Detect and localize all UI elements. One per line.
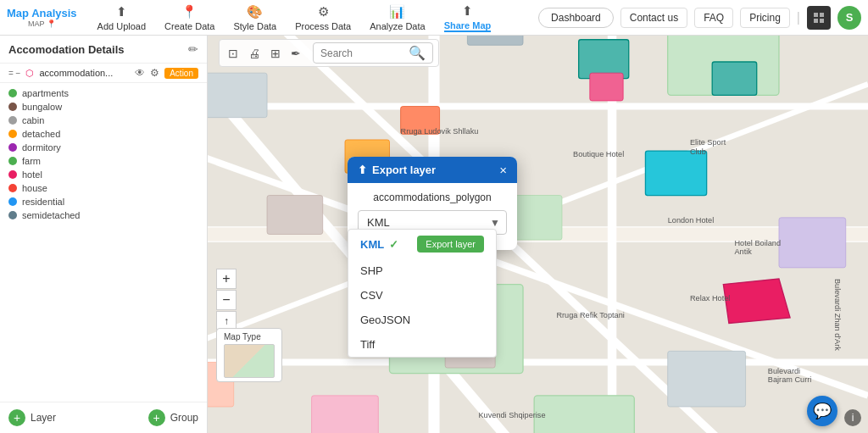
style-icon: 🎨 xyxy=(247,4,263,19)
svg-rect-2 xyxy=(814,19,818,23)
modal-header: ⬆ Export layer × xyxy=(348,157,517,183)
legend-list: apartmentsbungalowcabindetacheddormitory… xyxy=(0,83,207,402)
sidebar-footer: + Layer + Group xyxy=(0,402,207,433)
modal-title: ⬆ Export layer xyxy=(358,164,436,176)
nav-item-analyze-data[interactable]: 📊 Analyze Data xyxy=(361,4,433,31)
legend-label: farm xyxy=(22,156,41,166)
export-inline-btn[interactable]: Export layer xyxy=(417,236,484,253)
nav-item-process-data[interactable]: ⚙ Process Data xyxy=(287,4,359,31)
group-label: Group xyxy=(170,412,198,424)
cube-icon[interactable] xyxy=(807,6,831,30)
legend-item: semidetached xyxy=(8,210,198,220)
legend-label: house xyxy=(22,183,47,193)
tiff-label: Tiff xyxy=(360,338,375,351)
create-icon: 📍 xyxy=(181,4,198,19)
format-option-shp[interactable]: SHP xyxy=(348,258,496,283)
legend-label: cabin xyxy=(22,115,44,125)
zoom-controls: + − ↑ xyxy=(216,269,236,331)
legend-item: bungalow xyxy=(8,102,198,112)
legend-dot xyxy=(8,211,17,219)
kml-label: KML xyxy=(360,238,384,251)
legend-dot xyxy=(8,143,17,152)
process-icon: ⚙ xyxy=(318,4,329,19)
info-btn[interactable]: i xyxy=(844,409,861,426)
legend-item: house xyxy=(8,183,198,193)
svg-text:Bajram Curri: Bajram Curri xyxy=(768,375,811,384)
legend-item: apartments xyxy=(8,88,198,98)
legend-dot xyxy=(8,170,17,179)
modal-close-btn[interactable]: × xyxy=(499,164,507,176)
format-option-tiff[interactable]: Tiff xyxy=(348,332,496,357)
add-group-btn[interactable]: + xyxy=(148,409,165,426)
svg-text:Elite Sport: Elite Sport xyxy=(690,138,726,147)
legend-dot xyxy=(8,184,17,192)
export-icon: ⬆ xyxy=(358,164,367,176)
svg-rect-0 xyxy=(814,13,818,17)
map-type-label: Map Type xyxy=(224,332,275,341)
layer-label: Layer xyxy=(31,412,56,424)
nav-right: Dashboard Contact us FAQ Pricing | S xyxy=(538,6,861,30)
svg-text:Rruga Refik Toptani: Rruga Refik Toptani xyxy=(556,311,624,319)
legend-dot xyxy=(8,130,17,138)
sidebar-header: Accomodation Details ✏ xyxy=(0,36,207,64)
zoom-in-btn[interactable]: + xyxy=(216,269,236,289)
svg-rect-30 xyxy=(267,196,323,235)
legend-item: hotel xyxy=(8,169,198,180)
zoom-out-btn[interactable]: − xyxy=(216,290,236,310)
layer-type-icon: ⬡ xyxy=(25,68,34,79)
svg-text:Club: Club xyxy=(690,147,706,156)
format-option-csv[interactable]: CSV xyxy=(348,283,496,308)
print-btn[interactable]: 🖨 xyxy=(245,45,264,62)
avatar[interactable]: S xyxy=(837,6,861,30)
svg-text:Bulevardi: Bulevardi xyxy=(768,367,800,375)
nav-item-add-upload[interactable]: ⬆ Add Upload xyxy=(89,4,155,31)
legend-dot xyxy=(8,157,17,165)
svg-text:Kuvendi Shqiperise: Kuvendi Shqiperise xyxy=(479,411,546,419)
svg-rect-20 xyxy=(534,396,634,433)
modal-layer-name: accommodations_polygon xyxy=(358,192,507,203)
format-option-kml[interactable]: KML ✓ Export layer xyxy=(348,230,496,258)
faq-btn[interactable]: FAQ xyxy=(694,8,733,28)
brand-title: Map Analysis xyxy=(7,7,77,19)
grid-btn[interactable]: ⊞ xyxy=(267,45,284,62)
nav-item-create-data[interactable]: 📍 Create Data xyxy=(156,4,223,31)
share-icon: ⬆ xyxy=(462,3,473,19)
svg-rect-23 xyxy=(712,62,757,95)
search-icon: 🔍 xyxy=(409,45,426,61)
layer-row: = − ⬡ accommodation... 👁 ⚙ Action xyxy=(0,64,207,83)
map-type-box[interactable]: Map Type xyxy=(216,328,282,382)
format-option-geojson[interactable]: GeoJSON xyxy=(348,308,496,332)
contact-btn[interactable]: Contact us xyxy=(620,8,687,28)
nav-left: Map Analysis MAP 📍 ⬆ Add Upload 📍 Create… xyxy=(7,3,499,32)
chat-icon: 💬 xyxy=(813,402,832,420)
nav-item-style-data[interactable]: 🎨 Style Data xyxy=(225,4,285,31)
chat-btn[interactable]: 💬 xyxy=(807,396,837,426)
legend-item: farm xyxy=(8,156,198,166)
svg-rect-36 xyxy=(312,396,379,433)
action-badge[interactable]: Action xyxy=(164,68,198,79)
dashboard-btn[interactable]: Dashboard xyxy=(538,8,614,28)
search-input[interactable] xyxy=(320,47,405,59)
brand: Map Analysis MAP 📍 xyxy=(7,7,77,28)
pricing-btn[interactable]: Pricing xyxy=(740,8,790,28)
svg-text:Boutique Hotel: Boutique Hotel xyxy=(573,150,624,158)
svg-rect-3 xyxy=(820,19,824,23)
add-layer-btn[interactable]: + xyxy=(8,409,25,426)
nav-item-share-map[interactable]: ⬆ Share Map xyxy=(436,3,500,32)
expand-icon: = − xyxy=(8,69,20,78)
legend-label: detached xyxy=(22,129,60,139)
draw-btn[interactable]: ✒ xyxy=(287,45,304,62)
extent-btn[interactable]: ⊡ xyxy=(225,45,242,62)
search-box[interactable]: 🔍 xyxy=(313,42,433,64)
layer-name: accommodation... xyxy=(39,68,130,78)
legend-label: hotel xyxy=(22,169,42,180)
settings-btn[interactable]: ⚙ xyxy=(150,67,159,79)
visibility-btn[interactable]: 👁 xyxy=(135,67,145,79)
legend-item: cabin xyxy=(8,115,198,125)
sidebar: Accomodation Details ✏ = − ⬡ accommodati… xyxy=(0,36,208,433)
sidebar-edit-btn[interactable]: ✏ xyxy=(188,42,198,56)
svg-text:Relax Hotel: Relax Hotel xyxy=(690,294,730,303)
legend-label: dormitory xyxy=(22,142,61,153)
brand-sub: MAP 📍 xyxy=(28,19,56,28)
legend-label: bungalow xyxy=(22,102,62,112)
